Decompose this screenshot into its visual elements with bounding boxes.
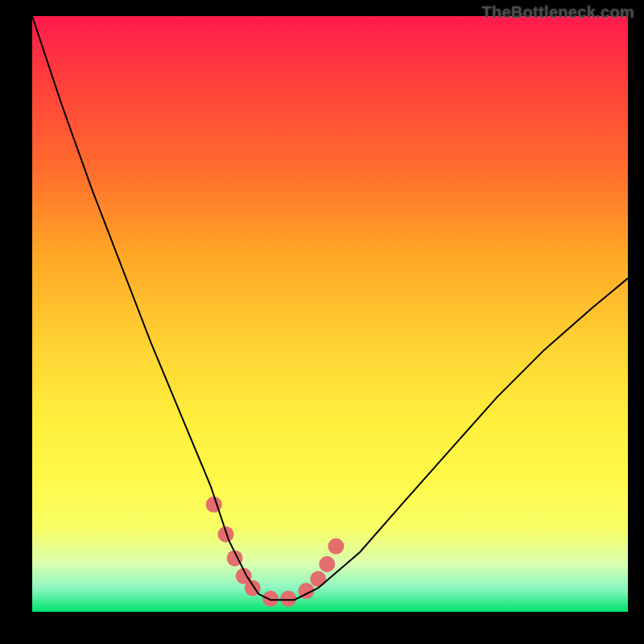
- marker-dot: [310, 571, 326, 587]
- marker-group: [206, 497, 345, 607]
- watermark-label: TheBottleneck.com: [481, 3, 634, 22]
- curve-svg: [32, 16, 628, 612]
- chart-stage: TheBottleneck.com: [0, 0, 644, 644]
- marker-dot: [328, 539, 344, 555]
- marker-dot: [262, 591, 279, 607]
- marker-dot: [280, 591, 296, 607]
- bottleneck-curve-path: [32, 16, 628, 600]
- marker-dot: [218, 526, 234, 543]
- marker-dot: [319, 556, 335, 572]
- plot-area: [32, 16, 628, 612]
